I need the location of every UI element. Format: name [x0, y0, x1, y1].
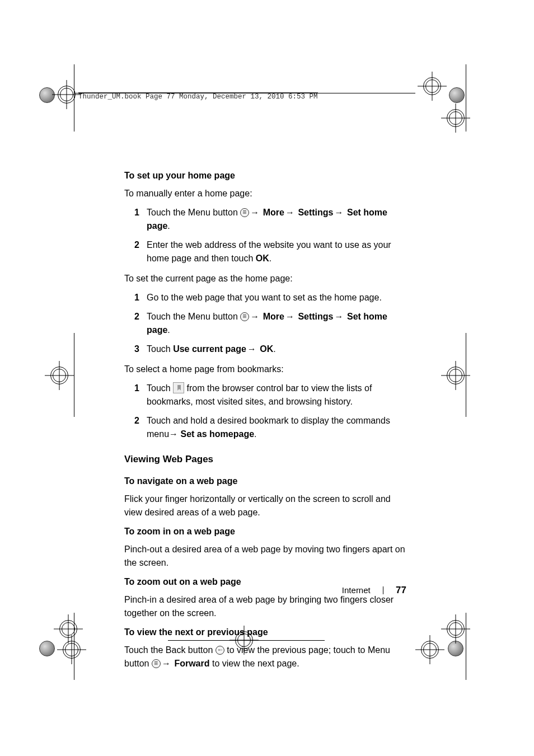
- crop-line: [74, 613, 74, 680]
- text-zoom-in: Pinch-out a desired area of a web page b…: [124, 543, 406, 570]
- menu-button-icon: [240, 312, 249, 321]
- step-number: 2: [134, 414, 139, 428]
- registration-mark-top-right-a: [423, 77, 441, 95]
- step-text: Touch: [147, 344, 173, 354]
- step-number: 1: [134, 382, 139, 395]
- heading-setup-home: To set up your home page: [124, 169, 406, 182]
- arrow-icon: →: [246, 342, 257, 356]
- crop-line: [74, 333, 74, 417]
- list-item: 2 Touch the Menu button → More→ Settings…: [134, 310, 406, 337]
- heading-viewing-web-pages: Viewing Web Pages: [124, 452, 406, 467]
- step-bold: Use current page: [173, 344, 246, 354]
- list-item: 2 Touch and hold a desired bookmark to d…: [134, 414, 406, 441]
- arrow-icon: →: [249, 206, 260, 219]
- steps-current: 1 Go to the web page that you want to se…: [134, 291, 406, 356]
- step-bold: Settings: [298, 312, 333, 321]
- step-bold: Settings: [298, 208, 333, 217]
- registration-mark-bottom-right-b: [447, 620, 465, 638]
- text-bold: Forward: [174, 659, 209, 668]
- step-text: Touch the Menu button: [147, 312, 240, 321]
- crop-line: [74, 64, 74, 132]
- heading-zoom-in: To zoom in on a web page: [124, 525, 406, 538]
- registration-mark-bottom-right-a: [421, 641, 439, 659]
- step-number: 2: [134, 310, 139, 323]
- crop-line: [466, 333, 466, 417]
- print-header-line: Thunder_UM.book Page 77 Monday, December…: [78, 92, 318, 102]
- text-next-prev: Touch the Back button to view the previo…: [124, 644, 406, 670]
- arrow-icon: →: [161, 657, 172, 670]
- registration-mark-bottom-left-b: [63, 641, 81, 659]
- footer-separator: [383, 586, 383, 594]
- step-number: 1: [134, 206, 139, 219]
- step-trail: .: [167, 325, 170, 335]
- page-footer: Internet 77: [124, 583, 406, 598]
- registration-mark-bottom-left-a: [59, 620, 77, 638]
- step-trail: .: [254, 429, 256, 439]
- step-text: Touch: [147, 383, 173, 393]
- list-item: 2 Enter the web address of the website y…: [134, 238, 406, 265]
- page-content: To set up your home page To manually ent…: [124, 166, 406, 676]
- step-bold: More: [263, 208, 284, 217]
- crop-line: [466, 64, 466, 132]
- crop-target-bottom-left: [39, 641, 55, 656]
- text-part: to view the next page.: [210, 659, 299, 668]
- arrow-icon: →: [284, 310, 296, 323]
- arrow-icon: →: [249, 310, 260, 323]
- step-bold: More: [263, 312, 284, 321]
- registration-mark-mid-right: [447, 367, 465, 384]
- arrow-icon: →: [334, 206, 345, 219]
- steps-bookmarks: 1 Touch from the browser control bar to …: [134, 382, 406, 441]
- step-number: 3: [134, 342, 139, 356]
- step-number: 1: [134, 291, 139, 304]
- step-trail: .: [269, 253, 271, 263]
- registration-mark-top-left: [58, 86, 76, 104]
- registration-mark-mid-left: [50, 367, 68, 384]
- list-item: 1 Touch the Menu button → More→ Settings…: [134, 206, 406, 233]
- crop-target-top-right: [449, 87, 465, 103]
- step-text: Go to the web page that you want to set …: [147, 293, 382, 302]
- menu-button-icon: [152, 659, 161, 668]
- print-header-text: Thunder_UM.book Page 77 Monday, December…: [78, 92, 318, 101]
- step-text: Touch the Menu button: [147, 208, 240, 217]
- list-item: 3 Touch Use current page→ OK.: [134, 342, 406, 356]
- arrow-icon: →: [284, 206, 296, 219]
- step-number: 2: [134, 238, 139, 252]
- text-navigate: Flick your finger horizontally or vertic…: [124, 492, 406, 519]
- step-bold: OK: [260, 344, 273, 354]
- text-intro-bookmarks: To select a home page from bookmarks:: [124, 363, 406, 376]
- list-item: 1 Go to the web page that you want to se…: [134, 291, 406, 304]
- steps-manual: 1 Touch the Menu button → More→ Settings…: [134, 206, 406, 265]
- arrow-icon: →: [334, 310, 345, 323]
- step-trail: .: [273, 344, 275, 354]
- footer-section: Internet: [342, 585, 371, 595]
- list-item: 1 Touch from the browser control bar to …: [134, 382, 406, 408]
- bookmark-icon: [173, 382, 184, 393]
- step-trail: .: [167, 221, 170, 231]
- footer-page-number: 77: [396, 585, 406, 595]
- heading-next-prev: To view the next or previous page: [124, 626, 406, 639]
- step-bold: Set as homepage: [180, 429, 254, 439]
- registration-mark-top-right-b: [447, 109, 465, 127]
- text-intro-manual: To manually enter a home page:: [124, 187, 406, 200]
- text-intro-current: To set the current page as the home page…: [124, 272, 406, 285]
- back-button-icon: [216, 646, 224, 655]
- menu-button-icon: [240, 208, 249, 217]
- crop-target-top-left: [39, 87, 55, 103]
- crop-line: [466, 613, 466, 680]
- step-bold: OK: [256, 253, 269, 263]
- text-part: Touch the Back button: [124, 645, 216, 655]
- heading-navigate: To navigate on a web page: [124, 475, 406, 488]
